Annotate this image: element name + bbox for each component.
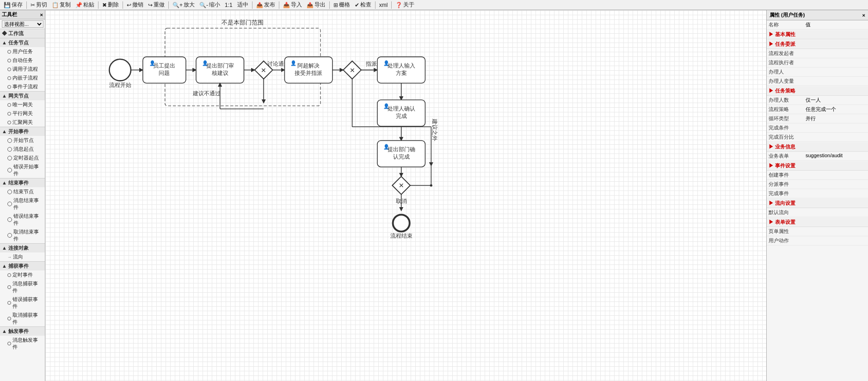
sidebar-item-end-node[interactable]: 结束节点 — [0, 187, 45, 196]
timer-start-icon — [7, 156, 12, 160]
sidebar-item-user-task[interactable]: 用户任务 — [0, 47, 45, 56]
publish-button[interactable]: 📤 发布 — [254, 0, 277, 9]
sidebar-item-parallel-gateway[interactable]: 平行网关 — [0, 109, 45, 118]
view-select[interactable]: 选择视图... — [2, 20, 43, 28]
parallel-gateway-icon — [7, 112, 11, 116]
col-name-header: 名称 — [767, 20, 804, 30]
undo-button[interactable]: ↩ 撤销 — [125, 0, 145, 9]
right-panel-close[interactable]: × — [862, 12, 865, 18]
end-node-icon — [7, 190, 12, 194]
separator — [279, 1, 279, 9]
section-task-delegation[interactable]: ▶ 任务委派 — [767, 40, 868, 49]
sidebar-item-event-subprocess[interactable]: 事件子流程 — [0, 82, 45, 91]
section-basic-props[interactable]: ▶ 基本属性 — [767, 30, 868, 39]
xml-button[interactable]: xml — [377, 1, 390, 9]
grid-button[interactable]: ⊞ 栅格 — [332, 0, 352, 9]
sidebar-item-timer-event[interactable]: 定时事件 — [0, 270, 45, 279]
prop-row: 流程执行者 — [767, 58, 868, 68]
zoom-in-button[interactable]: 🔍+ 放大 — [171, 0, 197, 9]
left-panel-close[interactable]: × — [40, 12, 43, 18]
right-panel-header: 属性 (用户任务) × — [767, 10, 868, 20]
sidebar-item-error-catch[interactable]: 错误捕获事件 — [0, 295, 45, 311]
cancel-catch-icon — [7, 317, 11, 320]
sidebar-item-converge-gateway[interactable]: 汇聚网关 — [0, 118, 45, 127]
separator — [168, 1, 169, 9]
call-subprocess-icon — [7, 68, 11, 71]
task-strategy-table: 办理人数 仅一人 流程策略 任意完成一个 循环类型 并行 完成条件 完成百分比 — [767, 96, 868, 142]
sidebar-item-error-end[interactable]: 错误结束事件 — [0, 212, 45, 227]
section-task-nodes[interactable]: ▲ 任务节点 — [0, 38, 45, 47]
section-catch-events[interactable]: ▲ 捕获事件 — [0, 261, 45, 270]
message-trigger-icon — [7, 342, 11, 345]
section-business-info[interactable]: ▶ 业务信息 — [767, 142, 868, 152]
section-start-events[interactable]: ▲ 开始事件 — [0, 127, 45, 136]
canvas-content[interactable]: 不是本部门范围 流程开始 👤 员工提出 问题 👤 提出部门审 核建议 建议不通 — [45, 10, 766, 381]
zoom-out-button[interactable]: 🔍- 缩小 — [197, 0, 222, 9]
sidebar-item-embedded-subprocess[interactable]: 内嵌子流程 — [0, 74, 45, 82]
error-catch-icon — [7, 301, 11, 305]
section-end-events[interactable]: ▲ 结束事件 — [0, 178, 45, 187]
sidebar-item-cancel-end[interactable]: 取消结束事件 — [0, 227, 45, 243]
svg-text:员工提出: 员工提出 — [153, 62, 175, 68]
prop-row: 循环类型 并行 — [767, 114, 868, 123]
section-form-settings[interactable]: ▶ 表单设置 — [767, 218, 868, 227]
error-end-icon — [7, 217, 12, 222]
save-button[interactable]: 💾 保存 — [2, 0, 25, 9]
sidebar-item-message-catch[interactable]: 消息捕获事件 — [0, 279, 45, 295]
about-button[interactable]: ❓ 关于 — [394, 0, 416, 9]
separator — [26, 1, 27, 9]
prop-row: 完成百分比 — [767, 133, 868, 142]
export-button[interactable]: 📤 导出 — [305, 0, 327, 9]
svg-text:完成: 完成 — [396, 113, 407, 119]
svg-text:建议之外: 建议之外 — [432, 118, 438, 141]
message-start-icon — [7, 147, 12, 152]
left-panel: 工具栏 × 选择视图... ◆ 工作流 ▲ 任务节点 用户任务 自动任务 调用子… — [0, 10, 45, 381]
svg-text:👤: 👤 — [290, 60, 296, 66]
svg-text:流程结束: 流程结束 — [390, 233, 412, 239]
prop-row: 创建事件 — [767, 171, 868, 180]
prop-row: 完成条件 — [767, 123, 868, 133]
sidebar-item-timer-start[interactable]: 定时器起点 — [0, 154, 45, 162]
sidebar-item-auto-task[interactable]: 自动任务 — [0, 56, 45, 65]
redo-button[interactable]: ↪ 重做 — [146, 0, 166, 9]
sidebar-item-message-end[interactable]: 消息结束事件 — [0, 196, 45, 212]
section-task-strategy[interactable]: ▶ 任务策略 — [767, 86, 868, 96]
svg-text:流程开始: 流程开始 — [109, 82, 131, 88]
svg-text:方案: 方案 — [396, 70, 407, 76]
svg-text:核建议: 核建议 — [211, 70, 228, 76]
canvas-area[interactable]: 不是本部门范围 流程开始 👤 员工提出 问题 👤 提出部门审 核建议 建议不通 — [45, 10, 766, 381]
zoom-1to1-button[interactable]: 1:1 — [223, 1, 234, 9]
prop-row: 流程发起者 — [767, 49, 868, 58]
business-info-table: 业务表单 suggestion/audit — [767, 152, 868, 161]
right-panel: 属性 (用户任务) × 名称 值 ▶ 基本属性 ▶ 任务委派 流程发起者 流程执… — [766, 10, 868, 381]
sidebar-item-start-node[interactable]: 开始节点 — [0, 136, 45, 145]
sidebar-item-exclusive-gateway[interactable]: 唯一网关 — [0, 100, 45, 109]
sidebar-item-message-start[interactable]: 消息起点 — [0, 145, 45, 154]
message-catch-icon — [7, 285, 11, 289]
section-connections[interactable]: ▲ 连接对象 — [0, 243, 45, 252]
flow-diagram[interactable]: 不是本部门范围 流程开始 👤 员工提出 问题 👤 提出部门审 核建议 建议不通 — [45, 10, 766, 381]
section-gateway-nodes[interactable]: ▲ 网关节点 — [0, 91, 45, 100]
right-panel-title: 属性 (用户任务) — [770, 12, 805, 18]
section-event-settings[interactable]: ▶ 事件设置 — [767, 161, 868, 171]
paste-button[interactable]: 📌 粘贴 — [74, 0, 96, 9]
check-button[interactable]: ✔ 检查 — [353, 0, 373, 9]
copy-button[interactable]: 📋 复制 — [50, 0, 73, 9]
sidebar-item-error-start[interactable]: 错误开始事件 — [0, 162, 45, 178]
svg-point-59 — [393, 215, 410, 231]
prop-row: 页单属性 — [767, 227, 868, 236]
prop-row: 完成事件 — [767, 189, 868, 198]
zoom-fit-button[interactable]: 适中 — [235, 0, 250, 9]
sidebar-item-flow[interactable]: →流向 — [0, 252, 45, 261]
section-flow-settings[interactable]: ▶ 流向设置 — [767, 199, 868, 208]
svg-text:处理人确认: 处理人确认 — [388, 105, 415, 111]
section-trigger-events[interactable]: ▲ 触发事件 — [0, 326, 45, 336]
form-settings-table: 页单属性 用户动作 — [767, 227, 868, 246]
import-button[interactable]: 📥 导入 — [281, 0, 304, 9]
cut-button[interactable]: ✂ 剪切 — [29, 0, 49, 9]
sidebar-item-cancel-catch[interactable]: 取消捕获事件 — [0, 311, 45, 326]
section-workflow[interactable]: ◆ 工作流 — [0, 29, 45, 38]
delete-button[interactable]: ✖ 删除 — [100, 0, 121, 9]
sidebar-item-call-subprocess[interactable]: 调用子流程 — [0, 65, 45, 74]
sidebar-item-message-trigger[interactable]: 消息触发事件 — [0, 336, 45, 351]
